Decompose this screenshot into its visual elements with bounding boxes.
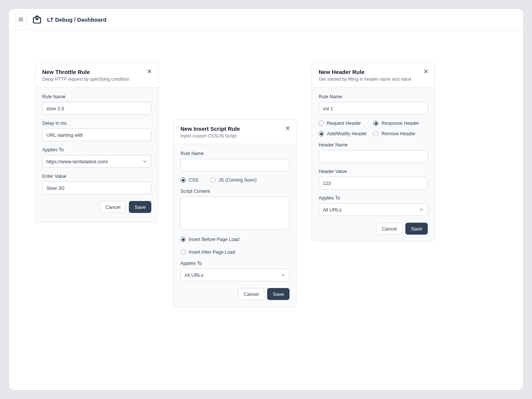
throttle-rule-name-input[interactable] — [42, 102, 151, 115]
header-save-button[interactable]: Save — [405, 223, 428, 235]
script-content-textarea[interactable] — [180, 197, 290, 229]
dashboard-content: New Throttle Rule Delay HTTP request by … — [9, 30, 523, 390]
throttle-close-button[interactable] — [146, 68, 153, 75]
insert-after-radio[interactable]: Insert After Page Load — [180, 250, 235, 255]
script-card-header: New Insert Script Rule Inject custom CSS… — [174, 120, 296, 144]
close-icon — [285, 125, 291, 131]
throttle-applies-to-select[interactable] — [42, 155, 151, 168]
radio-label: JS (Coming Soon) — [219, 177, 257, 183]
header-value-input[interactable] — [319, 177, 428, 189]
hamburger-icon — [18, 16, 24, 22]
header-cancel-button[interactable]: Cancel — [376, 223, 402, 235]
radio-icon — [373, 121, 378, 126]
script-applies-to-label: Applies To — [180, 261, 290, 266]
app-window: LT Debug / Dashboard New Throttle Rule D… — [9, 9, 523, 390]
radio-icon — [180, 237, 186, 242]
script-type-css-radio[interactable]: CSS — [180, 177, 198, 183]
header-card-header: New Header Rule Get started by filling i… — [312, 63, 434, 87]
header-applies-to-select[interactable] — [319, 203, 428, 216]
throttle-card-header: New Throttle Rule Delay HTTP request by … — [35, 63, 158, 87]
throttle-card-subtitle: Delay HTTP request by specifying conditi… — [42, 77, 151, 82]
radio-icon — [180, 177, 186, 183]
header-name-label: Header Name — [319, 142, 428, 148]
header-close-button[interactable] — [423, 68, 429, 75]
script-rule-name-label: Rule Name — [180, 151, 290, 156]
radio-icon — [373, 131, 378, 136]
header-value-label: Header Value — [319, 169, 428, 174]
script-content-label: Script Content — [180, 189, 290, 194]
throttle-enter-value-label: Enter Value — [42, 174, 151, 179]
hamburger-menu-button[interactable] — [15, 13, 27, 25]
script-card-subtitle: Inject custom CSS/JS Script — [180, 133, 290, 139]
throttle-cancel-button[interactable]: Cancel — [100, 201, 126, 213]
radio-label: Insert After Page Load — [189, 250, 235, 255]
throttle-rule-card: New Throttle Rule Delay HTTP request by … — [35, 62, 158, 222]
header-rule-name-label: Rule Name — [319, 94, 428, 99]
remove-header-radio[interactable]: Remove Header — [373, 131, 428, 136]
throttle-card-body: Rule Name Delay in ms Applies To Enter V… — [35, 87, 158, 222]
script-cancel-button[interactable]: Cancel — [238, 288, 264, 300]
script-rule-name-input[interactable] — [180, 159, 290, 171]
radio-icon — [319, 121, 324, 126]
insert-script-rule-card: New Insert Script Rule Inject custom CSS… — [173, 119, 297, 307]
close-icon — [423, 68, 429, 74]
radio-label: Response Header — [381, 121, 419, 126]
radio-label: Remove Header — [381, 131, 415, 136]
radio-label: CSS — [189, 177, 198, 183]
throttle-card-title: New Throttle Rule — [42, 69, 151, 75]
response-header-radio[interactable]: Response Header — [373, 121, 428, 126]
header-rule-name-input[interactable] — [319, 102, 428, 115]
radio-icon — [180, 250, 186, 255]
app-logo-icon — [32, 15, 42, 24]
script-card-title: New Insert Script Rule — [180, 126, 290, 132]
throttle-applies-to-label: Applies To — [42, 147, 151, 152]
script-save-button[interactable]: Save — [267, 288, 290, 300]
throttle-save-button[interactable]: Save — [129, 201, 151, 213]
throttle-rule-name-label: Rule Name — [42, 94, 151, 99]
script-type-js-radio[interactable]: JS (Coming Soon) — [210, 177, 257, 183]
radio-icon — [319, 131, 324, 136]
throttle-delay-input[interactable] — [42, 129, 151, 141]
throttle-enter-value-input[interactable] — [42, 182, 151, 194]
top-bar: LT Debug / Dashboard — [9, 9, 523, 30]
header-card-title: New Header Rule — [319, 69, 428, 75]
radio-label: Insert Before Page Load — [189, 237, 239, 242]
app-title: LT Debug / Dashboard — [47, 16, 106, 23]
add-modify-header-radio[interactable]: Add/Modify Header — [319, 131, 373, 136]
radio-icon — [210, 177, 216, 183]
script-applies-to-select[interactable] — [180, 269, 290, 281]
request-header-radio[interactable]: Request Header — [319, 121, 373, 126]
insert-before-radio[interactable]: Insert Before Page Load — [180, 237, 239, 242]
header-applies-to-label: Applies To — [319, 195, 428, 201]
throttle-delay-label: Delay in ms — [42, 121, 151, 126]
header-card-subtitle: Get started by filling in header name an… — [319, 77, 428, 82]
header-rule-card: New Header Rule Get started by filling i… — [312, 62, 435, 242]
header-name-input[interactable] — [319, 150, 428, 163]
close-icon — [146, 68, 152, 74]
radio-label: Add/Modify Header — [327, 131, 367, 136]
radio-label: Request Header — [327, 121, 361, 126]
header-card-body: Rule Name Request Header Response Header — [312, 87, 434, 241]
script-card-body: Rule Name CSS JS (Coming Soon) Script Co… — [174, 144, 296, 307]
script-close-button[interactable] — [284, 125, 291, 132]
